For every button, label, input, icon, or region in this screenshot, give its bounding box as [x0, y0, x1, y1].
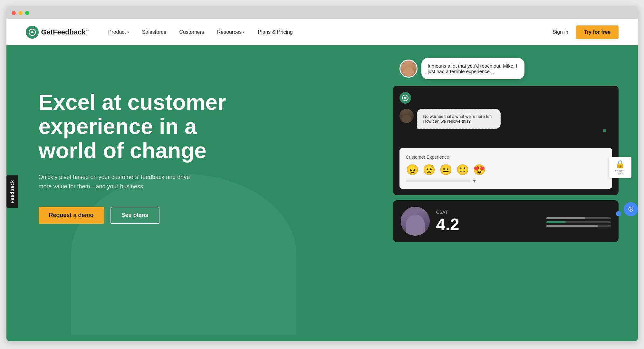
support-response-bubble: No worries that's what we're here for. H… — [417, 109, 501, 129]
feedback-tab[interactable]: Feedback — [6, 175, 18, 208]
see-plans-button[interactable]: See plans — [111, 207, 159, 224]
hero-title: Excel at customer experience in a world … — [39, 90, 232, 162]
chat-bubble-top-area: It means a lot that you'd reach out, Mik… — [399, 58, 619, 79]
recaptcha-logo: 🔒 — [611, 160, 629, 169]
hero-left: Excel at customer experience in a world … — [39, 71, 232, 224]
sign-in-link[interactable]: Sign in — [553, 29, 568, 35]
chevron-down-icon: ▾ — [127, 30, 129, 34]
maximize-button[interactable] — [25, 11, 29, 15]
nav-item-resources[interactable]: Resources ▾ — [217, 29, 245, 35]
logo-text: GetFeedback™ — [41, 28, 89, 36]
csat-person-avatar — [401, 207, 430, 236]
customer-message-bubble: It means a lot that you'd reach out, Mik… — [421, 58, 524, 79]
hero-subtitle: Quickly pivot based on your customers' f… — [39, 173, 200, 191]
csat-card: CSAT 4.2 — [393, 200, 619, 242]
nav-links: Product ▾ Salesforce Customers Resources… — [108, 29, 553, 35]
nav-actions: Sign in Try for free — [553, 25, 619, 39]
survey-card: Customer Experience 😠 😟 😐 🙂 😍 ▼ — [399, 148, 612, 189]
connector-dot-2 — [603, 129, 606, 132]
blue-connector-dot — [616, 211, 621, 216]
logo-area[interactable]: GetFeedback™ — [26, 26, 89, 39]
csat-bar-1 — [546, 217, 611, 219]
try-free-button[interactable]: Try for free — [576, 25, 619, 39]
csat-content: CSAT 4.2 — [436, 210, 540, 233]
csat-bar-3 — [546, 225, 611, 227]
dropdown-bar[interactable]: ▼ — [406, 180, 470, 182]
nav-customers-label: Customers — [179, 29, 204, 35]
nav-item-product[interactable]: Product ▾ — [108, 29, 129, 35]
support-message-text: No worries that's what we're here for. H… — [423, 114, 492, 124]
nav-plans-label: Plans & Pricing — [258, 29, 293, 35]
emoji-rating-row: 😠 😟 😐 🙂 😍 — [406, 164, 606, 176]
hero-right: It means a lot that you'd reach out, Mik… — [393, 58, 619, 242]
csat-value: 4.2 — [436, 216, 540, 233]
browser-titlebar — [6, 6, 638, 19]
hero-buttons: Request a demo See plans — [39, 207, 232, 224]
request-demo-button[interactable]: Request a demo — [39, 207, 104, 224]
connector-dot-1 — [428, 80, 431, 84]
survey-label: Customer Experience — [406, 155, 606, 160]
emoji-neutral[interactable]: 😐 — [439, 164, 452, 176]
chevron-down-icon-2: ▾ — [243, 30, 245, 34]
logo-icon — [26, 26, 39, 39]
nav-product-label: Product — [108, 29, 126, 35]
csat-bar-2 — [546, 221, 611, 223]
nav-salesforce-label: Salesforce — [142, 29, 167, 35]
emoji-great[interactable]: 😍 — [473, 164, 486, 176]
customer-message-text: It means a lot that you'd reach out, Mik… — [428, 63, 517, 74]
dropdown-arrow-icon: ▼ — [472, 178, 477, 184]
emoji-good[interactable]: 🙂 — [456, 164, 469, 176]
recaptcha-text: Privacy · Terms — [611, 169, 629, 175]
nav-item-customers[interactable]: Customers — [179, 29, 204, 35]
close-button[interactable] — [12, 11, 16, 15]
recaptcha-widget: 🔒 Privacy · Terms — [609, 157, 631, 178]
logo-trademark: ™ — [86, 29, 89, 33]
csat-label: CSAT — [436, 210, 540, 215]
navbar: GetFeedback™ Product ▾ Salesforce Custom… — [6, 19, 638, 45]
minimize-button[interactable] — [18, 11, 23, 15]
hero-section: Feedback Excel at customer experience in… — [6, 45, 638, 335]
emoji-very-bad[interactable]: 😠 — [406, 164, 419, 176]
main-interface-card: No worries that's what we're here for. H… — [393, 86, 619, 195]
logo-name: GetFeedback — [41, 28, 86, 36]
peace-icon: ☮ — [624, 202, 638, 216]
card-header — [399, 92, 612, 104]
emoji-bad[interactable]: 😟 — [423, 164, 436, 176]
feedback-sidebar[interactable]: Feedback — [6, 175, 18, 208]
page: GetFeedback™ Product ▾ Salesforce Custom… — [6, 19, 638, 341]
support-avatar — [399, 109, 414, 123]
customer-avatar — [399, 60, 418, 78]
csat-bars — [546, 217, 611, 229]
card-logo-icon — [399, 92, 411, 104]
nav-item-plans[interactable]: Plans & Pricing — [258, 29, 293, 35]
nav-resources-label: Resources — [217, 29, 242, 35]
nav-item-salesforce[interactable]: Salesforce — [142, 29, 167, 35]
